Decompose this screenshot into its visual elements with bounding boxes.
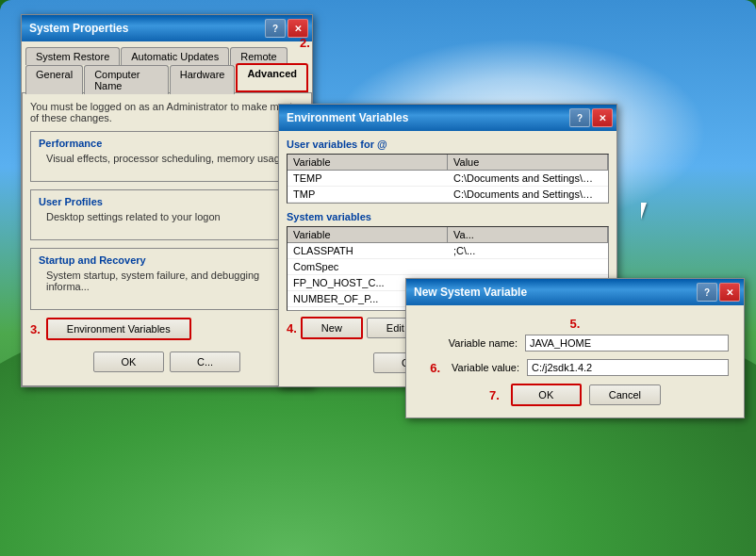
sys-props-close-button[interactable]: ✕: [288, 19, 308, 38]
step4-label: 4.: [287, 321, 297, 335]
user-profiles-section: User Profiles Desktop settings related t…: [30, 189, 304, 240]
user-profiles-title: User Profiles: [39, 196, 295, 207]
var-value-input[interactable]: [527, 359, 729, 376]
user-var-row-tmp[interactable]: TMP C:\Documents and Settings\@\Local Se…: [288, 187, 608, 203]
environment-variables-button[interactable]: Environment Variables: [46, 318, 191, 340]
step5-row: 5.: [421, 317, 729, 331]
step7-label: 7.: [489, 388, 500, 402]
sys-vars-new-button[interactable]: New: [301, 317, 363, 339]
user-var-row-temp[interactable]: TEMP C:\Documents and Settings\@\Local S…: [288, 171, 608, 187]
tab-computer-name[interactable]: Computer Name: [84, 65, 169, 94]
new-var-title: New System Variable: [410, 286, 697, 299]
new-var-controls: ? ✕: [697, 283, 740, 302]
new-var-help-button[interactable]: ?: [697, 283, 717, 302]
var-name-row: Variable name:: [421, 335, 729, 352]
sys-props-cancel-button[interactable]: C...: [170, 352, 240, 372]
step6-label: 6.: [421, 361, 440, 375]
tab-general[interactable]: General: [25, 65, 83, 94]
new-var-btn-row: 7. OK Cancel: [421, 384, 729, 406]
new-var-close-button[interactable]: ✕: [719, 283, 740, 302]
user-vars-label: User variables for @: [287, 139, 609, 150]
performance-desc: Visual effects, processor scheduling, me…: [46, 153, 295, 164]
step5-label: 5.: [570, 317, 581, 331]
user-vars-header: Variable Value: [288, 155, 608, 171]
sys-var-classpath-name: CLASSPATH: [288, 243, 448, 258]
tab-bar-bottom: General Computer Name Hardware Advanced: [22, 63, 312, 92]
env-vars-controls: ? ✕: [569, 108, 613, 127]
sys-vars-header: Variable Va...: [288, 227, 608, 243]
sys-col-variable: Variable: [288, 227, 448, 242]
sys-vars-label: System variables: [287, 211, 609, 222]
user-var-tmp-name: TMP: [288, 187, 448, 202]
new-var-content: 5. Variable name: 6. Variable value: 7. …: [406, 305, 744, 417]
var-name-input[interactable]: [525, 335, 729, 352]
sys-props-help-button[interactable]: ?: [265, 19, 286, 38]
new-var-ok-button[interactable]: OK: [511, 384, 582, 406]
env-vars-row: 3. Environment Variables: [30, 318, 304, 340]
sys-var-comspec[interactable]: ComSpec: [288, 259, 608, 275]
sys-var-comspec-name: ComSpec: [288, 259, 448, 274]
startup-title: Startup and Recovery: [39, 254, 295, 266]
env-vars-help-button[interactable]: ?: [569, 108, 590, 127]
user-var-temp-value: C:\Documents and Settings\@\Local Set...: [448, 171, 608, 186]
tab-advanced[interactable]: Advanced: [236, 63, 308, 92]
sys-var-classpath[interactable]: CLASSPATH ;C\...: [288, 243, 608, 259]
tab-hardware[interactable]: Hardware: [170, 65, 236, 94]
user-profiles-desc: Desktop settings related to your logon: [46, 211, 295, 222]
env-vars-titlebar: Environment Variables ? ✕: [279, 105, 616, 131]
step3-label: 3.: [30, 322, 41, 336]
env-vars-title: Environment Variables: [283, 111, 569, 124]
startup-desc: System startup, system failure, and debu…: [46, 270, 295, 292]
admin-info-text: You must be logged on as an Administrato…: [30, 101, 304, 123]
sys-props-ok-button[interactable]: OK: [93, 352, 164, 372]
var-value-label: Variable value:: [444, 362, 527, 373]
sys-props-controls: ? ✕: [265, 19, 308, 38]
step2-label: 2.: [300, 36, 310, 50]
user-col-value: Value: [448, 155, 608, 170]
performance-title: Performance: [39, 138, 295, 149]
sys-props-btn-row: OK C...: [30, 346, 304, 378]
sys-props-title: System Properties: [25, 22, 265, 35]
sys-col-value: Va...: [448, 227, 608, 242]
new-var-titlebar: New System Variable ? ✕: [406, 279, 744, 305]
tab-bar-top: System Restore Automatic Updates Remote: [22, 41, 312, 63]
new-var-cancel-button[interactable]: Cancel: [589, 384, 661, 405]
tab-automatic-updates[interactable]: Automatic Updates: [121, 47, 229, 65]
new-system-variable-window: New System Variable ? ✕ 5. Variable name…: [405, 278, 745, 418]
sys-var-classpath-value: ;C\...: [448, 243, 608, 258]
startup-section: Startup and Recovery System startup, sys…: [30, 248, 304, 310]
user-col-variable: Variable: [288, 155, 448, 170]
var-value-row: 6. Variable value:: [421, 359, 729, 376]
tab-system-restore[interactable]: System Restore: [25, 47, 120, 65]
user-var-temp-name: TEMP: [288, 171, 448, 186]
user-vars-list: Variable Value TEMP C:\Documents and Set…: [287, 154, 609, 204]
user-var-tmp-value: C:\Documents and Settings\@\Local Set...: [448, 187, 608, 202]
sys-var-comspec-value: [448, 259, 608, 274]
sys-props-titlebar: System Properties ? ✕: [22, 15, 312, 41]
cursor: [641, 203, 652, 221]
system-properties-window: System Properties ? ✕ System Restore Aut…: [21, 14, 313, 387]
env-vars-close-button[interactable]: ✕: [592, 108, 613, 127]
performance-section: Performance Visual effects, processor sc…: [30, 131, 304, 182]
sys-props-content: You must be logged on as an Administrato…: [22, 92, 312, 386]
var-name-label: Variable name:: [421, 337, 525, 349]
